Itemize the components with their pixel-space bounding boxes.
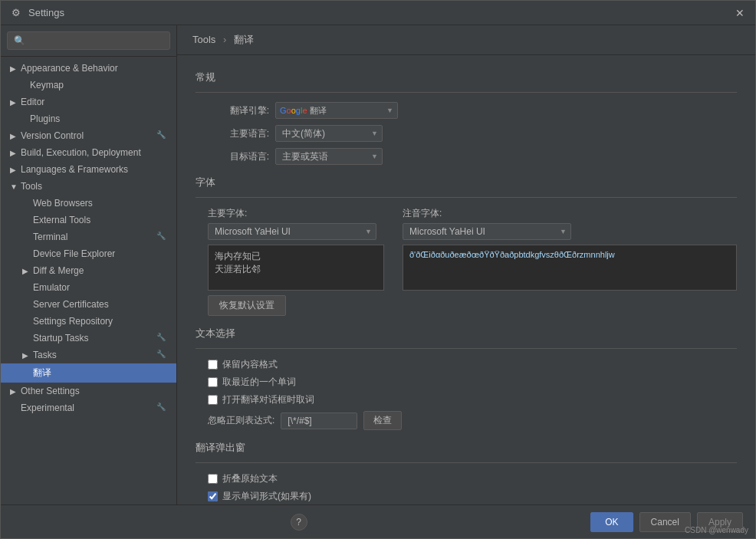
target-lang-label: 目标语言:	[208, 150, 269, 163]
text-selection-section: 文本选择 保留内容格式 取最近的一个单词 打开翻译对话框时取词	[196, 327, 737, 430]
sidebar-item-label: 翻译	[33, 366, 51, 380]
settings-icon: 🔧	[156, 403, 167, 413]
fold-original-row: 折叠原始文本	[196, 472, 737, 485]
primary-font-label: 主要字体:	[208, 207, 384, 220]
sidebar-item-label: Device File Explorer	[33, 248, 115, 259]
popup-section: 翻译弹出窗 折叠原始文本 显示单词形式(如果有) 自动播放文字转语音:	[196, 441, 737, 504]
primary-font-select[interactable]: Microsoft YaHei UI	[208, 223, 376, 240]
reset-font-button[interactable]: 恢复默认设置	[208, 295, 286, 316]
sidebar-item-emulator[interactable]: Emulator	[1, 279, 176, 296]
sidebar-item-label: Server Certificates	[33, 299, 109, 310]
phonetic-font-col: 注音字体: Microsoft YaHei UI	[403, 207, 737, 240]
target-lang-select[interactable]: 主要或英语 中文(简体) English	[275, 148, 383, 165]
show-word-form-checkbox[interactable]	[208, 491, 218, 501]
preserve-format-checkbox[interactable]	[208, 360, 218, 370]
sidebar-item-label: Other Settings	[21, 386, 80, 396]
primary-lang-select[interactable]: 中文(简体) 中文(繁体) English	[275, 125, 383, 142]
breadcrumb-parent: Tools	[192, 34, 215, 45]
popup-section-title: 翻译弹出窗	[196, 441, 737, 455]
preserve-format-label: 保留内容格式	[222, 358, 278, 371]
sidebar-item-label: Diff & Merge	[33, 265, 84, 276]
preserve-format-row: 保留内容格式	[196, 358, 737, 371]
main-content: ▶ Appearance & Behavior Keymap ▶ Editor …	[1, 25, 755, 504]
arrow-icon: ▶	[10, 166, 18, 174]
sidebar-item-terminal[interactable]: Terminal 🔧	[1, 228, 176, 245]
cancel-button[interactable]: Cancel	[639, 512, 691, 532]
sidebar-item-experimental[interactable]: Experimental 🔧	[1, 399, 176, 416]
sidebar-item-label: Experimental	[21, 403, 74, 413]
search-input[interactable]	[7, 31, 170, 50]
sidebar-item-plugins[interactable]: Plugins	[1, 110, 176, 127]
dialog-word-checkbox[interactable]	[208, 395, 218, 405]
primary-lang-select-wrapper: 中文(简体) 中文(繁体) English	[275, 125, 383, 142]
sidebar-item-label: Languages & Frameworks	[21, 164, 128, 175]
sidebar-item-settings-repository[interactable]: Settings Repository	[1, 313, 176, 330]
sidebar-item-label: Plugins	[30, 113, 60, 124]
sidebar-item-diff-merge[interactable]: ▶ Diff & Merge	[1, 262, 176, 279]
primary-font-select-wrapper: Microsoft YaHei UI	[208, 223, 376, 240]
sidebar-item-label: Terminal	[33, 232, 67, 242]
sidebar-item-label: External Tools	[33, 215, 90, 225]
sidebar-item-external-tools[interactable]: External Tools	[1, 212, 176, 228]
help-button[interactable]: ?	[291, 514, 307, 531]
window-title: Settings	[28, 7, 734, 18]
primary-font-col: 主要字体: Microsoft YaHei UI	[208, 207, 384, 240]
sidebar-item-device-file-explorer[interactable]: Device File Explorer	[1, 245, 176, 262]
arrow-icon: ▶	[22, 351, 30, 360]
settings-dialog: ⚙ Settings ✕ ▶ Appearance & Behavior Key…	[0, 0, 756, 539]
apply-button[interactable]: Apply	[697, 512, 743, 532]
nearest-word-checkbox[interactable]	[208, 377, 218, 387]
font-section-title: 字体	[196, 176, 737, 189]
dialog-word-row: 打开翻译对话框时取词	[196, 393, 737, 406]
sidebar-item-other-settings[interactable]: ▶ Other Settings	[1, 383, 176, 399]
fold-original-checkbox[interactable]	[208, 474, 218, 484]
regex-input[interactable]	[281, 412, 357, 429]
title-bar: ⚙ Settings ✕	[1, 1, 755, 25]
target-lang-row: 目标语言: 主要或英语 中文(简体) English	[196, 148, 737, 165]
check-regex-button[interactable]: 检查	[363, 411, 402, 430]
sidebar-item-keymap[interactable]: Keymap	[1, 77, 176, 94]
sidebar-item-version-control[interactable]: ▶ Version Control 🔧	[1, 127, 176, 144]
arrow-icon: ▶	[22, 267, 30, 275]
sidebar-item-label: Tasks	[33, 350, 57, 360]
sidebar-item-languages[interactable]: ▶ Languages & Frameworks	[1, 161, 176, 178]
sidebar-item-label: Settings Repository	[33, 316, 113, 327]
phonetic-font-select[interactable]: Microsoft YaHei UI	[403, 223, 571, 240]
font-preview-row: 海内存知已 天涯若比邻 ð'ðŒiðαðuðeæðœðŸðŸðaðpbtdkgf…	[196, 245, 737, 291]
sidebar-item-editor[interactable]: ▶ Editor	[1, 94, 176, 110]
search-box	[1, 25, 176, 57]
sidebar-item-label: Startup Tasks	[33, 333, 88, 343]
sidebar-item-label: Appearance & Behavior	[21, 63, 118, 74]
dialog-word-label: 打开翻译对话框时取词	[222, 393, 314, 406]
preview-line2: 天涯若比邻	[215, 263, 377, 276]
sidebar-item-web-browsers[interactable]: Web Browsers	[1, 195, 176, 212]
arrow-icon: ▶	[10, 149, 18, 157]
sidebar-item-label: Keymap	[30, 80, 64, 90]
sidebar-item-tasks[interactable]: ▶ Tasks 🔧	[1, 347, 176, 363]
engine-label: 翻译引擎:	[208, 104, 269, 117]
sidebar-item-appearance[interactable]: ▶ Appearance & Behavior	[1, 60, 176, 77]
target-lang-select-wrapper: 主要或英语 中文(简体) English	[275, 148, 383, 165]
sidebar-item-label: Tools	[21, 181, 42, 192]
sidebar-item-server-certificates[interactable]: Server Certificates	[1, 296, 176, 313]
primary-lang-label: 主要语言:	[208, 127, 269, 140]
fold-original-label: 折叠原始文本	[222, 472, 278, 485]
regex-label: 忽略正则表达式:	[208, 414, 274, 427]
ok-button[interactable]: OK	[590, 512, 633, 532]
engine-select[interactable]	[275, 102, 398, 119]
close-button[interactable]: ✕	[734, 7, 746, 19]
primary-lang-row: 主要语言: 中文(简体) 中文(繁体) English	[196, 125, 737, 142]
arrow-icon: ▶	[10, 64, 18, 73]
settings-content: 常规 翻译引擎: Google 翻译 主要语言:	[177, 55, 755, 504]
font-labels-row: 主要字体: Microsoft YaHei UI 注音字体:	[196, 207, 737, 240]
arrow-icon: ▼	[10, 182, 18, 191]
settings-icon: 🔧	[156, 130, 167, 141]
sidebar-item-tools[interactable]: ▼ Tools	[1, 178, 176, 195]
sidebar-item-startup-tasks[interactable]: Startup Tasks 🔧	[1, 330, 176, 347]
phonetic-font-preview: ð'ðŒiðαðuðeæðœðŸðŸðaðpbtdkgfvszθðŒðrzmnn…	[403, 245, 737, 291]
breadcrumb-separator: ›	[223, 34, 229, 45]
bottom-bar: ? OK Cancel Apply	[1, 504, 755, 538]
phonetic-font-select-wrapper: Microsoft YaHei UI	[403, 223, 571, 240]
sidebar-item-build[interactable]: ▶ Build, Execution, Deployment	[1, 144, 176, 161]
sidebar-item-fanyi[interactable]: 翻译	[1, 363, 176, 383]
